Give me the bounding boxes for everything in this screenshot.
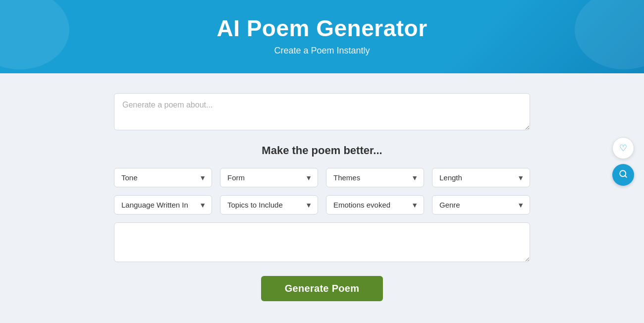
topics-dropdown-wrapper: Topics to Include Love Nature Adventure … (220, 195, 318, 215)
svg-line-1 (625, 175, 626, 177)
search-icon (619, 169, 628, 181)
make-better-label: Make the poem better... (262, 144, 382, 157)
topics-select[interactable]: Topics to Include Love Nature Adventure … (220, 195, 318, 215)
dropdowns-row-1: Tone Happy Sad Serious Humorous Romantic… (114, 168, 530, 187)
form-select[interactable]: Form Sonnet Haiku Free Verse Limerick Od… (220, 168, 318, 187)
main-content: Make the poem better... Tone Happy Sad S… (0, 73, 644, 323)
poem-input[interactable] (114, 93, 530, 130)
emotions-dropdown-wrapper: Emotions evoked Joy Sadness Fear Anger S… (326, 195, 424, 215)
page-subtitle: Create a Poem Instantly (10, 46, 634, 56)
floating-buttons: ♡ (612, 137, 634, 186)
emotions-select[interactable]: Emotions evoked Joy Sadness Fear Anger S… (326, 195, 424, 215)
tone-select[interactable]: Tone Happy Sad Serious Humorous Romantic (114, 168, 212, 187)
genre-select[interactable]: Genre Lyric Narrative Dramatic Epic (432, 195, 530, 215)
language-select[interactable]: Language Written In English Spanish Fren… (114, 195, 212, 215)
themes-select[interactable]: Themes Love Nature Death War Hope (326, 168, 424, 187)
heart-button[interactable]: ♡ (612, 137, 634, 159)
dropdowns-row-2: Language Written In English Spanish Fren… (114, 195, 530, 215)
language-dropdown-wrapper: Language Written In English Spanish Fren… (114, 195, 212, 215)
page-title: AI Poem Generator (10, 15, 634, 42)
length-select[interactable]: Length Short Medium Long (432, 168, 530, 187)
genre-dropdown-wrapper: Genre Lyric Narrative Dramatic Epic ▼ (432, 195, 530, 215)
tone-dropdown-wrapper: Tone Happy Sad Serious Humorous Romantic… (114, 168, 212, 187)
length-dropdown-wrapper: Length Short Medium Long ▼ (432, 168, 530, 187)
themes-dropdown-wrapper: Themes Love Nature Death War Hope ▼ (326, 168, 424, 187)
form-dropdown-wrapper: Form Sonnet Haiku Free Verse Limerick Od… (220, 168, 318, 187)
output-area[interactable] (114, 222, 530, 262)
heart-icon: ♡ (619, 143, 627, 154)
page-header: AI Poem Generator Create a Poem Instantl… (0, 0, 644, 73)
generate-poem-button[interactable]: Generate Poem (261, 276, 383, 301)
search-button[interactable] (612, 164, 634, 186)
